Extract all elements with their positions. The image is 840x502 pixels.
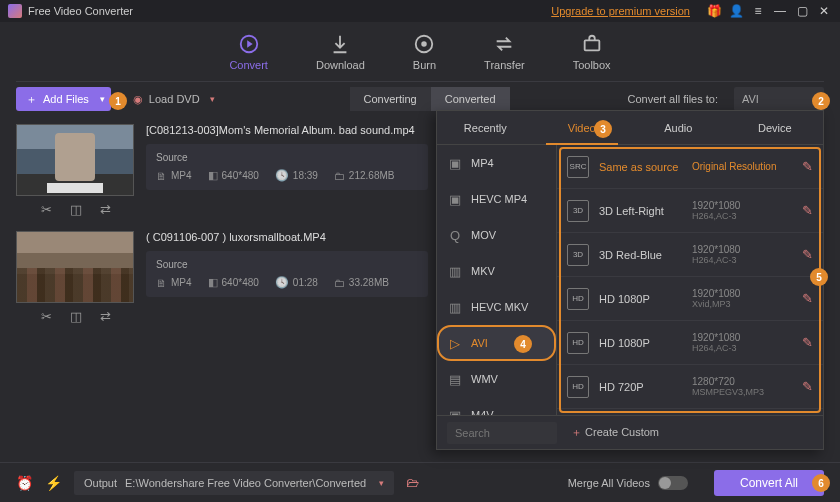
annotation-2: 2	[812, 92, 830, 110]
format-label: MP4	[471, 157, 494, 169]
tab-device[interactable]: Device	[727, 111, 824, 144]
nav-download-label: Download	[316, 59, 365, 71]
nav-burn[interactable]: Burn	[413, 33, 436, 71]
preset-item[interactable]: 3D 3D Red-Blue 1920*1080H264,AC-3 ✎	[557, 233, 823, 277]
open-folder-icon[interactable]: 🗁	[406, 475, 419, 490]
maximize-icon[interactable]: ▢	[794, 3, 810, 19]
upgrade-premium-link[interactable]: Upgrade to premium version	[551, 5, 690, 17]
edit-preset-icon[interactable]: ✎	[802, 335, 813, 350]
preset-item[interactable]: SRC Same as source Original Resolution ✎	[557, 145, 823, 189]
minimize-icon[interactable]: —	[772, 3, 788, 19]
crop-icon[interactable]: ◫	[70, 202, 82, 217]
format-label: HEVC MKV	[471, 301, 528, 313]
gift-icon[interactable]: 🎁	[706, 3, 722, 19]
video-thumbnail[interactable]	[16, 231, 134, 303]
tab-recently[interactable]: Recently	[437, 111, 534, 144]
meta-resolution: 640*480	[222, 277, 259, 288]
nav-transfer-label: Transfer	[484, 59, 525, 71]
format-icon: ▣	[447, 156, 463, 171]
preset-codec: H264,AC-3	[692, 255, 792, 265]
format-item-hevcmkv[interactable]: ▥HEVC MKV	[437, 289, 556, 325]
menu-icon[interactable]: ≡	[750, 3, 766, 19]
format-item-hevcmp4[interactable]: ▣HEVC MP4	[437, 181, 556, 217]
edit-preset-icon[interactable]: ✎	[802, 203, 813, 218]
format-list[interactable]: ▣MP4 ▣HEVC MP4 QMOV ▥MKV ▥HEVC MKV ▷AVI …	[437, 145, 557, 415]
alarm-icon[interactable]: ⏰	[16, 475, 33, 491]
preset-list[interactable]: SRC Same as source Original Resolution ✎…	[557, 145, 823, 415]
preset-codec: H264,AC-3	[692, 343, 792, 353]
output-format-select[interactable]: AVI ▾	[734, 87, 824, 111]
tab-converted[interactable]: Converted	[431, 87, 510, 111]
preset-codec: MSMPEGV3,MP3	[692, 387, 792, 397]
load-dvd-button[interactable]: ◉ Load DVD ▾	[133, 93, 215, 106]
tab-converting[interactable]: Converting	[350, 87, 431, 111]
format-label: WMV	[471, 373, 498, 385]
format-item-mp4[interactable]: ▣MP4	[437, 145, 556, 181]
effects-icon[interactable]: ⇄	[100, 202, 111, 217]
burn-icon	[413, 33, 435, 55]
nav-convert-label: Convert	[229, 59, 268, 71]
clock-icon: 🕓	[275, 276, 289, 289]
edit-preset-icon[interactable]: ✎	[802, 159, 813, 174]
trim-icon[interactable]: ✂	[41, 309, 52, 324]
format-item-mov[interactable]: QMOV	[437, 217, 556, 253]
meta-resolution: 640*480	[222, 170, 259, 181]
tab-audio[interactable]: Audio	[630, 111, 727, 144]
preset-name: HD 720P	[599, 381, 682, 393]
close-icon[interactable]: ✕	[816, 3, 832, 19]
gpu-accel-icon[interactable]: ⚡	[45, 475, 62, 491]
trim-icon[interactable]: ✂	[41, 202, 52, 217]
format-label: MKV	[471, 265, 495, 277]
tab-video[interactable]: Video	[534, 111, 631, 144]
convert-all-button[interactable]: Convert All	[714, 470, 824, 496]
preset-name: Same as source	[599, 161, 682, 173]
source-info: Source 🗎MP4 ◧640*480 🕓01:28 🗀33.28MB	[146, 251, 428, 297]
video-thumbnail[interactable]	[16, 124, 134, 196]
preset-resolution: 1280*720	[692, 376, 792, 387]
format-icon: ▣	[447, 192, 463, 207]
status-segmented: Converting Converted	[350, 87, 510, 111]
file-icon: 🗎	[156, 170, 167, 182]
account-icon[interactable]: 👤	[728, 3, 744, 19]
preset-item[interactable]: HD HD 1080P 1920*1080Xvid,MP3 ✎	[557, 277, 823, 321]
plus-icon: ＋	[26, 92, 37, 107]
convert-icon	[238, 33, 260, 55]
add-files-button[interactable]: ＋ Add Files	[16, 87, 111, 111]
nav-convert[interactable]: Convert	[229, 33, 268, 71]
format-item-wmv[interactable]: ▤WMV	[437, 361, 556, 397]
format-item-avi[interactable]: ▷AVI	[437, 325, 556, 361]
format-item-m4v[interactable]: ▣M4V	[437, 397, 556, 415]
preset-search-input[interactable]	[447, 422, 557, 444]
meta-duration: 18:39	[293, 170, 318, 181]
popover-footer: ＋ Create Custom	[437, 415, 823, 449]
file-list: ✂ ◫ ⇄ [C081213-003]Mom's Memorial Album.…	[16, 124, 428, 446]
preset-item[interactable]: HD HD 720P 1280*720MSMPEGV3,MP3 ✎	[557, 365, 823, 409]
app-logo-icon	[8, 4, 22, 18]
annotation-5: 5	[810, 268, 828, 286]
preset-name: 3D Red-Blue	[599, 249, 682, 261]
nav-transfer[interactable]: Transfer	[484, 33, 525, 71]
edit-preset-icon[interactable]: ✎	[802, 291, 813, 306]
format-item-mkv[interactable]: ▥MKV	[437, 253, 556, 289]
nav-toolbox[interactable]: Toolbox	[573, 33, 611, 71]
chevron-down-icon: ▾	[210, 94, 215, 104]
tab-video-label: Video	[568, 122, 596, 134]
resolution-icon: ◧	[208, 169, 218, 182]
effects-icon[interactable]: ⇄	[100, 309, 111, 324]
edit-preset-icon[interactable]: ✎	[802, 379, 813, 394]
thumbnail-actions: ✂ ◫ ⇄	[16, 202, 136, 217]
merge-toggle[interactable]	[658, 476, 688, 490]
file-card: ✂ ◫ ⇄ ( C091106-007 ) luxorsmallboat.MP4…	[16, 231, 428, 324]
meta-container: MP4	[171, 170, 192, 181]
crop-icon[interactable]: ◫	[70, 309, 82, 324]
format-icon: ▥	[447, 300, 463, 315]
nav-burn-label: Burn	[413, 59, 436, 71]
edit-preset-icon[interactable]: ✎	[802, 247, 813, 262]
output-path-field[interactable]: Output E:\Wondershare Free Video Convert…	[74, 471, 394, 495]
svg-rect-3	[584, 40, 599, 50]
preset-item[interactable]: HD HD 1080P 1920*1080H264,AC-3 ✎	[557, 321, 823, 365]
format-label: MOV	[471, 229, 496, 241]
nav-download[interactable]: Download	[316, 33, 365, 71]
create-custom-button[interactable]: ＋ Create Custom	[571, 425, 659, 440]
preset-item[interactable]: 3D 3D Left-Right 1920*1080H264,AC-3 ✎	[557, 189, 823, 233]
